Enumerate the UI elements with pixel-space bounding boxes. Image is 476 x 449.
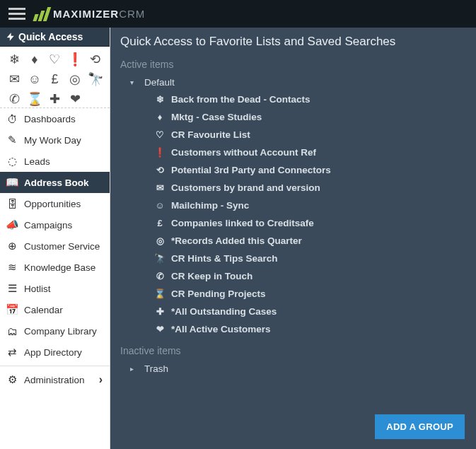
sidebar-item-campaigns[interactable]: 📣Campaigns (0, 214, 110, 235)
sidebar-item-opportunities[interactable]: 🗄Opportunities (0, 193, 110, 214)
pound-icon[interactable]: £ (47, 72, 62, 86)
sidebar-item-knowledge-base[interactable]: ≋Knowledge Base (0, 257, 110, 278)
menu-toggle-button[interactable] (4, 5, 30, 23)
alert-icon: ❗ (154, 147, 166, 158)
hourglass-icon[interactable]: ⌛ (28, 92, 42, 106)
list-item-label: Back from the Dead - Contacts (171, 94, 310, 105)
sidebar-item-my-work-day[interactable]: ✎My Work Day (0, 129, 110, 151)
list-item[interactable]: ⟲Potential 3rd Party and Connectors (154, 161, 465, 179)
calendar-icon: 📅 (6, 303, 18, 316)
sidebar-nav: ⏱Dashboards✎My Work Day◌Leads📖Address Bo… (0, 108, 110, 449)
app-directory-icon: ⇄ (6, 346, 18, 358)
sidebar-item-dashboards[interactable]: ⏱Dashboards (0, 108, 110, 129)
list-item-label: Companies linked to Creditsafe (171, 218, 314, 228)
sidebar-item-label: Campaigns (24, 220, 72, 231)
panel-title: Quick Access to Favorite Lists and Saved… (120, 35, 465, 49)
brand-name-a: MAXIMIZER (53, 8, 119, 20)
list-item-label: Mktg - Case Studies (171, 112, 262, 122)
sidebar-item-label: Company Library (24, 326, 97, 337)
chevron-right-icon: › (99, 373, 104, 386)
list-item-label: CR Hints & Tips Search (171, 253, 278, 264)
sidebar-item-label: Calendar (24, 305, 63, 315)
list-item[interactable]: 🔭CR Hints & Tips Search (154, 250, 465, 267)
list-item[interactable]: ◎*Records Added this Quarter (154, 232, 465, 250)
refresh-icon[interactable]: ⟲ (88, 52, 103, 66)
heart-solid-icon[interactable]: ❤ (68, 92, 82, 106)
alert-icon[interactable]: ❗ (68, 52, 82, 66)
sidebar-item-label: Knowledge Base (24, 262, 95, 273)
list-item-label: CR Keep in Touch (171, 271, 252, 281)
heart-solid-icon: ❤ (154, 324, 166, 334)
sidebar-item-leads[interactable]: ◌Leads (0, 151, 110, 172)
sidebar-item-label: Leads (24, 156, 50, 167)
brand-name-b: CRM (119, 8, 145, 20)
quick-access-icon-grid: ❄♦♡❗⟲✉☺£◎🔭✆⌛✚❤ (0, 47, 110, 108)
phone-icon: ✆ (154, 271, 166, 281)
list-item[interactable]: £Companies linked to Creditsafe (154, 214, 465, 232)
diamond-icon: ♦ (154, 112, 166, 122)
list-item[interactable]: ✉Customers by brand and version (154, 179, 465, 197)
pound-icon: £ (154, 218, 166, 228)
inactive-items-label: Inactive items (120, 345, 465, 356)
list-item[interactable]: ❗Customers without Account Ref (154, 144, 465, 161)
list-item[interactable]: ❄Back from the Dead - Contacts (154, 91, 465, 108)
list-item-label: Potential 3rd Party and Connectors (171, 165, 331, 175)
brand-logo[interactable]: MAXIMIZERCRM (34, 7, 145, 21)
sidebar-item-calendar[interactable]: 📅Calendar (0, 299, 110, 320)
top-bar: MAXIMIZERCRM (0, 0, 476, 28)
list-item[interactable]: ✚*All Outstanding Cases (154, 303, 465, 320)
hourglass-icon: ⌛ (154, 288, 166, 299)
list-item[interactable]: ♡CR Favourite List (154, 126, 465, 144)
sidebar-item-label: Administration (24, 375, 85, 385)
list-item-label: CR Pending Projects (171, 288, 266, 299)
gear-icon: ⚙ (6, 373, 18, 386)
diamond-icon[interactable]: ♦ (28, 52, 42, 66)
folder-default[interactable]: ▾ Default (120, 74, 465, 91)
sidebar-item-address-book[interactable]: 📖Address Book (0, 172, 110, 193)
sidebar-item-label: Address Book (24, 177, 89, 188)
phone-icon[interactable]: ✆ (7, 92, 21, 106)
tripadvisor-icon: ◎ (154, 235, 166, 246)
active-tree: ▾ Default ❄Back from the Dead - Contacts… (120, 74, 465, 338)
list-item-label: Customers without Account Ref (171, 147, 316, 158)
sidebar-item-app-directory[interactable]: ⇄App Directory (0, 342, 110, 363)
campaigns-icon: 📣 (6, 218, 18, 231)
heart-outline-icon[interactable]: ♡ (47, 52, 62, 66)
octocat-icon[interactable]: ☺ (28, 72, 42, 86)
list-item-label: *All Outstanding Cases (171, 306, 277, 317)
list-item-label: Mailchimp - Sync (171, 200, 249, 211)
snowflake-icon[interactable]: ❄ (7, 52, 21, 66)
sidebar-item-label: Customer Service (24, 241, 100, 252)
sidebar-item-label: Hotlist (24, 284, 51, 294)
plus-box-icon[interactable]: ✚ (47, 92, 62, 106)
envelope-icon[interactable]: ✉ (7, 72, 21, 86)
binoculars-icon[interactable]: 🔭 (88, 72, 103, 86)
sidebar-item-label: Opportunities (24, 199, 81, 209)
dashboards-icon: ⏱ (6, 112, 18, 125)
list-item[interactable]: ✆CR Keep in Touch (154, 267, 465, 285)
tripadvisor-icon[interactable]: ◎ (68, 72, 82, 86)
sidebar-item-administration[interactable]: ⚙Administration› (0, 369, 110, 390)
list-item-label: *Records Added this Quarter (171, 235, 302, 246)
list-item[interactable]: ⌛CR Pending Projects (154, 285, 465, 303)
quick-access-header[interactable]: Quick Access (0, 28, 110, 47)
sidebar-item-label: My Work Day (24, 135, 81, 146)
list-item-label: *All Active Customers (171, 324, 271, 334)
customer-service-icon: ⊕ (6, 240, 18, 252)
add-group-button[interactable]: ADD A GROUP (375, 414, 465, 439)
binoculars-icon: 🔭 (154, 253, 166, 264)
hotlist-icon: ☰ (6, 282, 18, 295)
list-item[interactable]: ☺Mailchimp - Sync (154, 197, 465, 214)
sidebar-item-company-library[interactable]: 🗂Company Library (0, 320, 110, 342)
lightning-icon (6, 32, 16, 42)
sidebar-item-hotlist[interactable]: ☰Hotlist (0, 278, 110, 299)
sidebar-item-label: App Directory (24, 347, 82, 358)
folder-trash-label: Trash (144, 363, 168, 374)
leads-icon: ◌ (6, 155, 18, 168)
octocat-icon: ☺ (154, 200, 166, 211)
list-item[interactable]: ❤*All Active Customers (154, 320, 465, 338)
caret-right-icon: ▸ (130, 365, 137, 373)
folder-trash[interactable]: ▸ Trash (120, 361, 465, 377)
list-item[interactable]: ♦Mktg - Case Studies (154, 108, 465, 126)
sidebar-item-customer-service[interactable]: ⊕Customer Service (0, 235, 110, 257)
